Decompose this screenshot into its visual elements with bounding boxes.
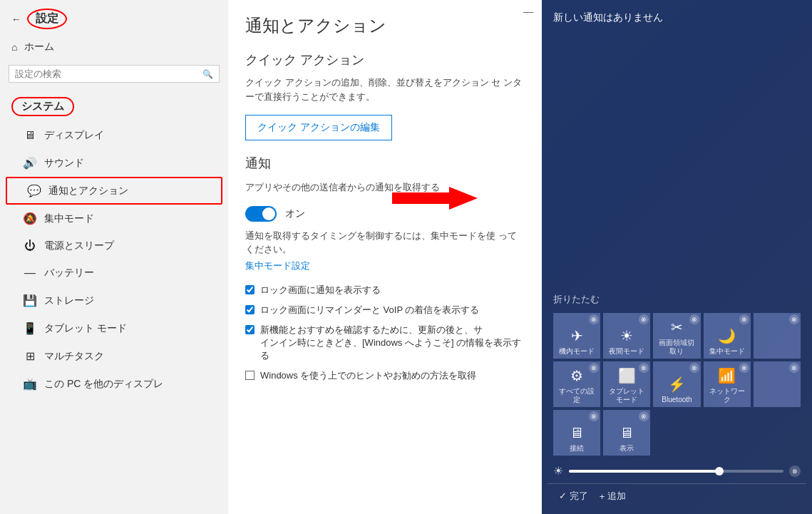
ac-bottom: 折りたたむ ⊗ ✈ 機内モード ⊗ ☀ 夜間モード ⊗ ✂ 画面領域切取り ⊗ … [542, 283, 812, 514]
qa-remove-network[interactable]: ⊗ [739, 363, 749, 373]
nav-item-storage[interactable]: 💾 ストレージ [0, 287, 228, 314]
qa-tile-nightlight[interactable]: ⊗ ☀ 夜間モード [603, 313, 650, 359]
tablet-icon: 📱 [23, 322, 37, 335]
qa-tile-empty2[interactable]: ⊗ [754, 361, 801, 407]
home-nav-item[interactable]: ⌂ ホーム [0, 35, 228, 59]
network-icon: 📶 [718, 367, 736, 384]
qa-remove-settings[interactable]: ⊗ [589, 363, 599, 373]
page-title: 通知とアクション [245, 14, 525, 37]
nav-item-tablet[interactable]: 📱 タブレット モード [0, 314, 228, 342]
settings-title: 設定 [27, 9, 67, 29]
qa-tile-snip[interactable]: ⊗ ✂ 画面領域切取り [653, 313, 700, 359]
notifications-toggle[interactable] [245, 206, 277, 222]
qa-remove-display[interactable]: ⊗ [639, 411, 649, 421]
qa-tile-tablet[interactable]: ⊗ ⬜ タブレットモード [603, 361, 650, 407]
checkbox-reminders-input[interactable] [245, 305, 255, 314]
main-content: — 通知とアクション クイック アクション クイック アクションの追加、削除、並… [228, 0, 542, 514]
brightness-slider[interactable] [569, 470, 783, 473]
battery-icon: — [23, 267, 37, 279]
qa-remove-tablet[interactable]: ⊗ [639, 363, 649, 373]
qa-tile-bluetooth[interactable]: ⊗ ⚡ Bluetooth [653, 361, 700, 407]
nav-item-display[interactable]: 🖥 ディスプレイ [0, 122, 228, 149]
add-icon: + [600, 491, 605, 502]
display-icon: 🖥 [23, 129, 37, 142]
red-arrow [392, 184, 478, 212]
checkbox-tips: Windows を使う上でのヒントやお勧めの方法を取得 [245, 369, 525, 382]
qa-tile-connect[interactable]: ⊗ 🖥 接続 [553, 410, 600, 456]
checkbox-welcome-input[interactable] [245, 325, 255, 334]
storage-icon: 💾 [23, 294, 37, 307]
qa-label-airplane: 機内モード [559, 347, 595, 356]
nav-item-notifications[interactable]: 💬 通知とアクション [6, 177, 222, 205]
nav-label-focus: 集中モード [44, 212, 94, 225]
notifications-desc: アプリやその他の送信者からの通知を取得する [245, 180, 525, 195]
qa-label-bluetooth: Bluetooth [662, 396, 692, 404]
nav-item-focus[interactable]: 🔕 集中モード [0, 205, 228, 232]
nav-item-project[interactable]: 📺 この PC を他のディスプレ [0, 370, 228, 398]
edit-quick-actions-button[interactable]: クイック アクションの編集 [245, 115, 392, 140]
home-label: ホーム [24, 41, 54, 53]
checkbox-reminders-label: ロック画面にリマインダーと VoIP の着信を表示する [260, 304, 479, 317]
checkbox-lock-screen-input[interactable] [245, 285, 255, 294]
add-button[interactable]: + 追加 [600, 490, 627, 503]
fold-button[interactable]: 折りたたむ [548, 289, 806, 310]
checkbox-tips-label: Windows を使う上でのヒントやお勧めの方法を取得 [260, 369, 476, 382]
qa-tile-empty1[interactable]: ⊗ [754, 313, 801, 359]
ac-spacer [542, 30, 812, 283]
nav-item-sound[interactable]: 🔊 サウンド [0, 149, 228, 177]
qa-remove-connect[interactable]: ⊗ [589, 411, 599, 421]
toggle-row: オン [245, 206, 525, 222]
nav-label-tablet: タブレット モード [44, 322, 127, 335]
nav-label-notifications: 通知とアクション [48, 185, 128, 197]
qa-remove-empty1[interactable]: ⊗ [789, 314, 799, 324]
qa-label-settings: すべての設定 [556, 387, 597, 404]
qa-tile-focus[interactable]: ⊗ 🌙 集中モード [704, 313, 751, 359]
done-button[interactable]: ✓ 完了 [559, 490, 588, 503]
qa-remove-nightlight[interactable]: ⊗ [639, 314, 649, 324]
qa-remove-airplane[interactable]: ⊗ [589, 314, 599, 324]
checkbox-tips-input[interactable] [245, 371, 255, 380]
qa-label-nightlight: 夜間モード [609, 347, 644, 356]
sound-icon: 🔊 [23, 156, 37, 170]
airplane-mode-icon: ✈ [571, 327, 583, 344]
bluetooth-icon: ⚡ [668, 376, 686, 393]
qa-tile-settings[interactable]: ⊗ ⚙ すべての設定 [553, 361, 600, 407]
nav-item-multitask[interactable]: ⊞ マルチタスク [0, 342, 228, 370]
search-icon: 🔍 [202, 69, 213, 79]
qa-remove-snip[interactable]: ⊗ [689, 314, 699, 324]
qa-label-display: 表示 [620, 444, 634, 453]
qa-label-network: ネットワーク [706, 387, 748, 404]
focus-settings-link[interactable]: 集中モード設定 [245, 259, 525, 272]
nav-label-sound: サウンド [44, 157, 84, 170]
nav-label-storage: ストレージ [44, 294, 94, 307]
timing-desc: 通知を取得するタイミングを制御するには、集中モードを使 ってください。 [245, 229, 525, 257]
qa-tile-display[interactable]: ⊗ 🖥 表示 [603, 410, 650, 456]
qa-tile-network[interactable]: ⊗ 📶 ネットワーク [704, 361, 751, 407]
brightness-slider-fill [569, 470, 719, 473]
checkbox-lock-screen: ロック画面に通知を表示する [245, 284, 525, 297]
search-box: 🔍 [9, 65, 220, 83]
checkbox-reminders: ロック画面にリマインダーと VoIP の着信を表示する [245, 304, 525, 317]
action-center: 新しい通知はありません 折りたたむ ⊗ ✈ 機内モード ⊗ ☀ 夜間モード ⊗ … [542, 0, 812, 514]
power-icon: ⏻ [23, 240, 37, 252]
display-tile-icon: 🖥 [620, 425, 634, 441]
qa-remove-bluetooth[interactable]: ⊗ [689, 363, 699, 373]
nav-label-battery: バッテリー [44, 267, 94, 279]
qa-remove-focus[interactable]: ⊗ [739, 314, 749, 324]
brightness-icon: ☀ [553, 464, 563, 478]
nav-item-battery[interactable]: — バッテリー [0, 259, 228, 287]
qa-tile-airplane[interactable]: ⊗ ✈ 機内モード [553, 313, 600, 359]
minimize-button[interactable]: — [523, 6, 533, 17]
qa-remove-empty2[interactable]: ⊗ [789, 363, 799, 373]
nav-item-power[interactable]: ⏻ 電源とスリープ [0, 232, 228, 259]
toggle-label: オン [285, 207, 305, 220]
nav-label-display: ディスプレイ [44, 129, 104, 142]
back-button[interactable]: ← [11, 14, 21, 25]
qa-label-tablet: タブレットモード [606, 387, 647, 404]
brightness-remove[interactable]: ⊗ [789, 466, 801, 477]
checkbox-welcome: 新機能とおすすめを確認するために、更新の後と、サインイン時にときどき、[Wind… [245, 324, 525, 362]
search-input[interactable] [15, 68, 202, 79]
focus-icon: 🔕 [23, 212, 37, 225]
settings-panel: ← 設定 ⌂ ホーム 🔍 システム 🖥 ディスプレイ 🔊 サウンド 💬 通知とア… [0, 0, 228, 514]
connect-icon: 🖥 [570, 425, 584, 441]
